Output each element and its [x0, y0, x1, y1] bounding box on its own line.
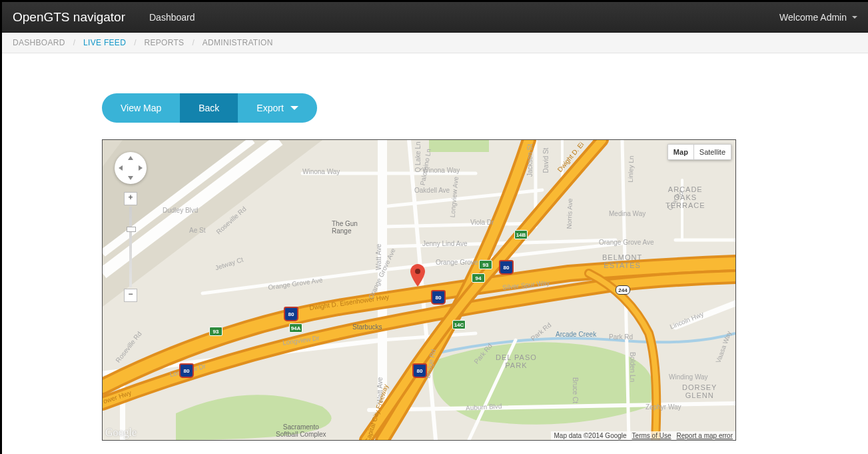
action-toolbar: View Map Back Export — [102, 93, 868, 123]
welcome-label: Welcome Admin — [779, 12, 847, 23]
back-button[interactable]: Back — [180, 93, 238, 123]
map-marker-icon[interactable] — [410, 264, 425, 287]
brand-title[interactable]: OpenGTS navigator — [13, 10, 125, 25]
zoom-control: + − — [125, 192, 137, 302]
shield-exit: 93 — [479, 260, 492, 269]
svg-point-25 — [415, 269, 420, 274]
zoom-thumb[interactable] — [127, 227, 136, 232]
bc-dashboard[interactable]: DASHBOARD — [13, 38, 65, 47]
shield-i80: 80 — [499, 260, 514, 275]
map-type-map[interactable]: Map — [667, 144, 694, 160]
shield-i80: 80 — [284, 307, 298, 321]
pan-control[interactable] — [115, 152, 147, 184]
zoom-out-button[interactable]: − — [124, 289, 137, 302]
nav-dashboard[interactable]: Dashboard — [143, 12, 202, 23]
export-button[interactable]: Export — [238, 93, 316, 123]
pan-north-icon — [128, 156, 133, 160]
shield-exit: 14C — [452, 320, 466, 329]
pan-west-icon — [119, 165, 123, 171]
breadcrumb: DASHBOARD/ LIVE FEED/ REPORTS/ ADMINISTR… — [2, 33, 868, 53]
attr-terms[interactable]: Terms of Use — [632, 432, 671, 439]
shield-i80: 80 — [412, 363, 427, 378]
shield-exit: 94 — [472, 273, 485, 283]
chevron-down-icon — [290, 106, 298, 110]
export-label: Export — [256, 103, 283, 113]
caret-down-icon — [852, 16, 857, 19]
map-attribution: Map data ©2014 Google Terms of Use Repor… — [551, 431, 735, 440]
shield-exit: 93 — [209, 327, 222, 336]
pan-south-icon — [128, 176, 133, 180]
top-navbar: OpenGTS navigator Dashboard Welcome Admi… — [2, 2, 868, 33]
bc-live-feed[interactable]: LIVE FEED — [83, 38, 126, 47]
map-viewport[interactable]: + − Map Satellite Winona Way Winona Way … — [102, 139, 736, 441]
zoom-slider[interactable] — [129, 207, 132, 287]
view-map-button[interactable]: View Map — [102, 93, 180, 123]
svg-rect-5 — [429, 140, 489, 152]
shield-i80: 80 — [431, 290, 446, 305]
bc-administration[interactable]: ADMINISTRATION — [203, 38, 273, 47]
bc-reports[interactable]: REPORTS — [144, 38, 184, 47]
attr-copyright: Map data ©2014 Google — [554, 432, 626, 439]
map-type-satellite[interactable]: Satellite — [693, 144, 731, 160]
map-type-toggle: Map Satellite — [668, 144, 731, 160]
shield-exit: 94A — [289, 323, 302, 333]
shield-route: 244 — [616, 285, 630, 295]
shield-i80: 80 — [179, 363, 194, 378]
attr-report[interactable]: Report a map error — [677, 432, 733, 439]
pan-east-icon — [139, 165, 143, 171]
shield-exit: 14B — [514, 230, 528, 239]
zoom-in-button[interactable]: + — [124, 192, 137, 205]
map-canvas — [103, 140, 735, 440]
user-menu[interactable]: Welcome Admin — [779, 12, 857, 23]
google-logo: Google — [105, 427, 137, 439]
